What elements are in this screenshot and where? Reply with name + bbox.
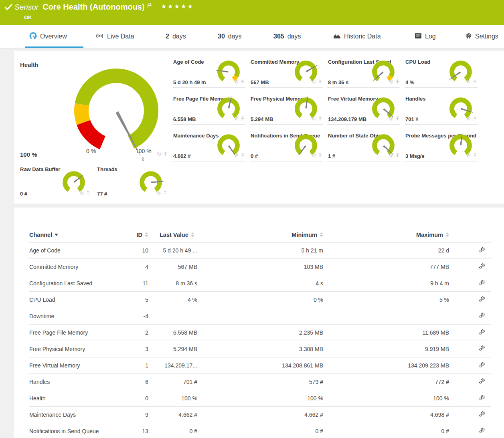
health-gauge: x̄ <box>48 57 186 162</box>
gauge-pin-icon[interactable] <box>473 79 477 86</box>
priority-stars[interactable]: ★★★★★ <box>161 3 194 10</box>
gauge-pin-icon[interactable] <box>318 115 322 123</box>
channel-settings-gear-icon[interactable] <box>479 428 486 435</box>
gauge-settings-gear-icon[interactable] <box>389 152 394 159</box>
tab-overview[interactable]: Overview <box>29 25 67 48</box>
channel-gauge-tile: Number of State Objects 1 # <box>327 132 400 161</box>
table-row: Age of Code 10 5 d 20 h 49 ... 5 h 21 m … <box>29 242 491 258</box>
channel-gauge-value: 3 Msg/s <box>405 153 425 159</box>
gauge-pin-icon[interactable] <box>241 115 245 123</box>
channel-settings-gear-icon[interactable] <box>479 363 486 369</box>
cell-id: 1 <box>130 357 148 373</box>
cell-channel: Free Virtual Memory <box>29 357 130 373</box>
gauge-pin-icon[interactable] <box>241 79 245 86</box>
gauge-settings-gear-icon[interactable] <box>466 152 471 159</box>
channel-gauge-value: 567 MB <box>251 79 269 85</box>
cell-minimum: 579 # <box>197 373 323 390</box>
column-header-last-value[interactable]: Last Value <box>148 228 197 242</box>
channel-gauge-value: 5 d 20 h 49 m <box>173 79 206 85</box>
channel-settings-gear-icon[interactable] <box>479 396 486 402</box>
gauge-pin-icon[interactable] <box>86 190 90 197</box>
channel-settings-gear-icon[interactable] <box>479 264 486 270</box>
tab-historic-data[interactable]: Historic Data <box>333 25 381 48</box>
channel-settings-gear-icon[interactable] <box>479 412 486 418</box>
gauge-pin-icon[interactable] <box>164 151 168 158</box>
channel-gauge-tile: Configuration Last Saved 8 m 36 s <box>327 58 400 88</box>
gauge-pin-icon[interactable] <box>241 152 245 159</box>
cell-last-value: 4.662 # <box>148 406 197 423</box>
gauge-settings-gear-icon[interactable] <box>389 115 394 123</box>
table-row: Downtime -4 <box>29 308 491 324</box>
gauge-pin-icon[interactable] <box>163 190 167 197</box>
tab-365-days[interactable]: 365days <box>273 25 301 48</box>
channel-gauge-value: 1 # <box>328 153 335 159</box>
gauge-settings-gear-icon[interactable] <box>156 151 162 158</box>
channel-settings-gear-icon[interactable] <box>479 313 486 320</box>
cell-id: 0 <box>130 390 148 406</box>
page-title: Core Health (Autonomous) <box>43 2 144 12</box>
channel-gauge-tile: Maintenance Days 4.662 # <box>172 132 245 161</box>
channel-gauge-value: 77 # <box>97 191 107 197</box>
channel-settings-gear-icon[interactable] <box>479 297 486 303</box>
cell-id: -4 <box>130 308 148 324</box>
tab-30-days[interactable]: 30days <box>218 25 242 48</box>
column-header-maximum[interactable]: Maximum <box>323 228 449 242</box>
gauge-settings-gear-icon[interactable] <box>466 79 471 86</box>
cell-minimum: 0 % <box>197 291 323 308</box>
cell-id: 5 <box>130 291 148 308</box>
gauge-pin-icon[interactable] <box>318 79 322 86</box>
channel-gauge-value: 0 # <box>20 191 27 197</box>
gauge-pin-icon[interactable] <box>396 79 399 86</box>
channel-settings-gear-icon[interactable] <box>479 281 486 287</box>
cell-maximum: 22 d <box>323 242 449 258</box>
channel-settings-gear-icon[interactable] <box>479 379 486 386</box>
gauges-panel: Health x̄ 0 % 100 % 100 % Age of Code 5 … <box>14 51 504 204</box>
gauge-pin-icon[interactable] <box>396 115 399 123</box>
gauge-settings-gear-icon[interactable] <box>234 152 239 159</box>
tab-log[interactable]: Log <box>415 25 436 48</box>
status-badge: OK <box>24 14 32 20</box>
cell-minimum: 5 h 21 m <box>197 242 323 258</box>
channel-gauge-value: 6.558 MB <box>173 116 196 122</box>
cell-minimum <box>197 308 323 324</box>
cell-last-value: 567 MB <box>148 258 197 275</box>
column-header-channel[interactable]: Channel <box>29 228 130 242</box>
gauge-pin-icon[interactable] <box>318 152 322 159</box>
cell-channel: CPU Load <box>29 291 130 308</box>
column-header-minimum[interactable]: Minimum <box>197 228 323 242</box>
gauge-pin-icon[interactable] <box>473 115 477 123</box>
channels-table-panel: Channel ID Last Value Minimum <box>14 208 504 438</box>
channel-gauge-tile: Free Physical Memory 5.294 MB <box>250 95 323 125</box>
channel-gauge-value: 701 # <box>405 116 419 122</box>
gauge-settings-gear-icon[interactable] <box>312 79 316 86</box>
table-row: Handles 6 701 # 579 # 772 # <box>29 373 491 390</box>
cell-channel: Age of Code <box>29 242 130 258</box>
cell-channel: Downtime <box>29 308 130 324</box>
gauge-settings-gear-icon[interactable] <box>466 115 471 123</box>
cell-minimum: 4 s <box>197 275 323 291</box>
tab-settings[interactable]: Settings <box>465 25 498 48</box>
cell-last-value: 100 % <box>148 390 197 406</box>
gauge-settings-gear-icon[interactable] <box>79 190 84 197</box>
cell-last-value: 5.294 MB <box>148 341 197 357</box>
tab-live-data[interactable]: Live Data <box>95 25 134 48</box>
gauge-settings-gear-icon[interactable] <box>312 152 316 159</box>
cell-channel: Committed Memory <box>29 258 130 275</box>
channel-settings-gear-icon[interactable] <box>479 346 486 353</box>
channel-settings-gear-icon[interactable] <box>479 248 486 254</box>
channel-settings-gear-icon[interactable] <box>479 330 486 336</box>
column-header-id[interactable]: ID <box>130 228 148 242</box>
gauge-pin-icon[interactable] <box>396 152 399 159</box>
gauge-settings-gear-icon[interactable] <box>312 115 316 123</box>
gauge-pin-icon[interactable] <box>473 152 477 159</box>
channel-gauge-value: 8 m 36 s <box>328 79 348 85</box>
gauge-settings-gear-icon[interactable] <box>156 190 161 197</box>
gauge-settings-gear-icon[interactable] <box>389 79 394 86</box>
gauge-settings-gear-icon[interactable] <box>234 79 239 86</box>
cell-channel: Maintenance Days <box>29 406 130 423</box>
cell-id: 10 <box>130 242 148 258</box>
priority-flag-icon[interactable] <box>148 3 152 10</box>
tab-2-days[interactable]: 2days <box>166 25 186 48</box>
cell-id: 9 <box>130 406 148 423</box>
gauge-settings-gear-icon[interactable] <box>234 115 239 123</box>
